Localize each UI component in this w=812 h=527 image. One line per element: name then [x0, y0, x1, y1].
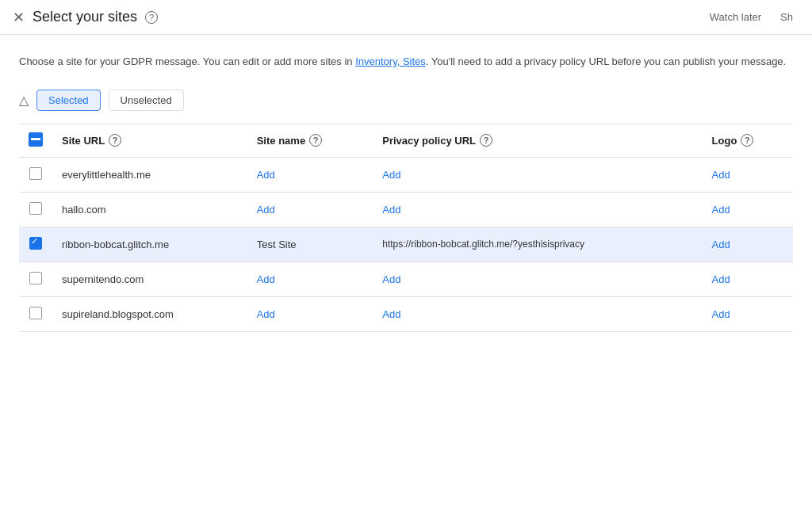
- cell-site-url: supireland.blogspot.com: [52, 296, 247, 331]
- table-row: supireland.blogspot.comAddAddAdd: [19, 296, 793, 331]
- privacy-url-add-link[interactable]: Add: [382, 308, 400, 320]
- sites-table: Site URL ? Site name ? Privacy policy UR…: [19, 124, 793, 332]
- col-header-privacy-url: Privacy policy URL ?: [373, 124, 702, 157]
- site-name-add-link[interactable]: Add: [257, 169, 275, 181]
- cell-privacy-url[interactable]: Add: [373, 262, 702, 296]
- description-text-before: Choose a site for your GDPR message. You…: [19, 55, 355, 67]
- table-header-row: Site URL ? Site name ? Privacy policy UR…: [19, 124, 793, 157]
- site-name-add-link[interactable]: Add: [257, 308, 275, 320]
- select-all-header[interactable]: [19, 124, 52, 157]
- col-label-site-name: Site name: [257, 135, 305, 147]
- table-body: everylittlehealth.meAddAddAddhallo.comAd…: [19, 157, 793, 331]
- cell-privacy-url[interactable]: Add: [373, 296, 702, 331]
- cell-site-url: everylittlehealth.me: [52, 157, 247, 192]
- row-checkbox-cell[interactable]: [19, 157, 52, 192]
- top-bar-left: ✕ Select your sites ?: [13, 9, 158, 26]
- logo-add-link[interactable]: Add: [712, 169, 730, 181]
- cell-logo[interactable]: Add: [703, 227, 793, 262]
- col-header-site-name: Site name ?: [247, 124, 373, 157]
- cell-logo[interactable]: Add: [703, 192, 793, 227]
- description: Choose a site for your GDPR message. You…: [19, 54, 793, 71]
- col-label-privacy-url: Privacy policy URL: [382, 135, 476, 147]
- row-checkbox[interactable]: [29, 272, 42, 285]
- site-name-help-icon[interactable]: ?: [309, 134, 322, 147]
- site-name-add-link[interactable]: Add: [257, 273, 275, 285]
- privacy-url-add-link[interactable]: Add: [382, 204, 400, 216]
- description-text-after: . You'll need to add a privacy policy UR…: [426, 55, 786, 67]
- top-bar-right: Watch later Sh: [703, 8, 799, 26]
- row-checkbox[interactable]: [29, 307, 42, 319]
- logo-add-link[interactable]: Add: [712, 239, 730, 250]
- logo-add-link[interactable]: Add: [712, 308, 730, 320]
- cell-site-name[interactable]: Add: [247, 296, 373, 331]
- privacy-url-add-link[interactable]: Add: [382, 273, 400, 285]
- privacy-url-help-icon[interactable]: ?: [480, 134, 492, 147]
- select-all-checkbox[interactable]: [29, 132, 43, 147]
- filter-unselected-button[interactable]: Unselected: [109, 90, 184, 111]
- logo-add-link[interactable]: Add: [712, 204, 730, 216]
- cell-site-name: Test Site: [247, 227, 373, 262]
- cell-site-url: hallo.com: [52, 192, 247, 227]
- row-checkbox[interactable]: [29, 237, 42, 250]
- row-checkbox-cell[interactable]: [19, 262, 52, 296]
- filter-selected-button[interactable]: Selected: [36, 90, 101, 111]
- logo-add-link[interactable]: Add: [712, 273, 730, 285]
- cell-site-name[interactable]: Add: [247, 192, 373, 227]
- col-header-logo: Logo ?: [703, 124, 793, 157]
- cell-privacy-url[interactable]: Add: [373, 192, 702, 227]
- table-row: ribbon-bobcat.glitch.meTest Sitehttps://…: [19, 227, 793, 262]
- table-row: hallo.comAddAddAdd: [19, 192, 793, 227]
- filter-bar: △ Selected Unselected: [19, 90, 793, 111]
- cell-site-url: supernitendo.com: [52, 262, 247, 296]
- close-icon[interactable]: ✕: [13, 9, 25, 26]
- cell-logo[interactable]: Add: [703, 296, 793, 331]
- cell-logo[interactable]: Add: [703, 157, 793, 192]
- table-row: everylittlehealth.meAddAddAdd: [19, 157, 793, 192]
- page-title: Select your sites: [33, 9, 137, 25]
- inventory-sites-link[interactable]: Inventory, Sites: [355, 55, 426, 67]
- share-button[interactable]: Sh: [774, 8, 799, 26]
- cell-site-name[interactable]: Add: [247, 262, 373, 296]
- col-header-site-url: Site URL ?: [52, 124, 247, 157]
- col-label-logo: Logo: [712, 135, 737, 147]
- row-checkbox[interactable]: [29, 167, 42, 180]
- cell-privacy-url[interactable]: Add: [373, 157, 702, 192]
- privacy-url-add-link[interactable]: Add: [382, 169, 400, 181]
- cell-logo[interactable]: Add: [703, 262, 793, 296]
- row-checkbox-cell[interactable]: [19, 192, 52, 227]
- table-row: supernitendo.comAddAddAdd: [19, 262, 793, 296]
- cell-privacy-url: https://ribbon-bobcat.glitch.me/?yesthis…: [373, 227, 702, 262]
- row-checkbox[interactable]: [29, 202, 42, 215]
- watch-later-button[interactable]: Watch later: [703, 8, 768, 26]
- site-url-help-icon[interactable]: ?: [109, 134, 121, 147]
- logo-help-icon[interactable]: ?: [741, 134, 753, 147]
- row-checkbox-cell[interactable]: [19, 296, 52, 331]
- top-bar: ✕ Select your sites ? Watch later Sh: [0, 0, 812, 35]
- col-label-site-url: Site URL: [62, 135, 105, 147]
- site-name-add-link[interactable]: Add: [257, 204, 275, 216]
- cell-site-url: ribbon-bobcat.glitch.me: [52, 227, 247, 262]
- title-help-icon[interactable]: ?: [145, 11, 158, 24]
- cell-site-name[interactable]: Add: [247, 157, 373, 192]
- row-checkbox-cell[interactable]: [19, 227, 52, 262]
- main-content: Choose a site for your GDPR message. You…: [0, 35, 812, 332]
- filter-icon: △: [19, 93, 29, 108]
